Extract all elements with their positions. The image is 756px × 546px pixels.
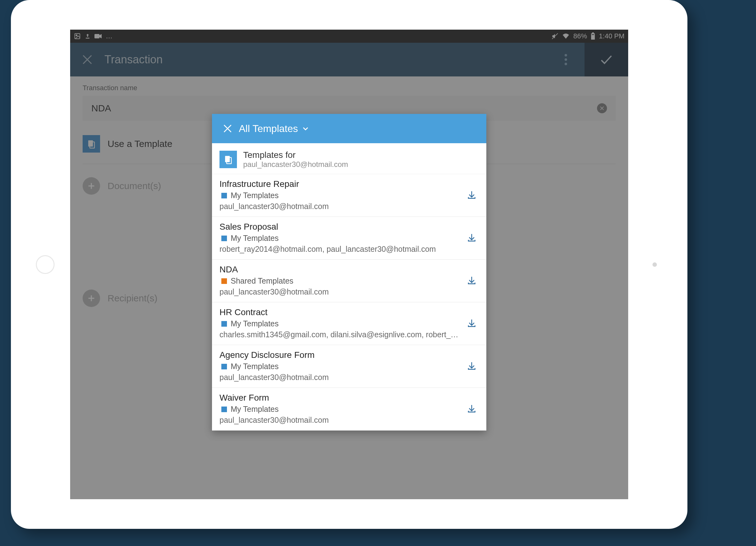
template-category: My Templates [231,234,279,243]
template-emails: charles.smith1345@gmail.com, dilani.silv… [219,330,460,339]
tablet-home-button[interactable] [36,255,55,274]
template-item[interactable]: Agency Disclosure Form My Templates paul… [212,345,486,388]
download-template-button[interactable] [465,222,479,254]
account-email: paul_lancaster30@hotmail.com [243,160,348,169]
template-name: Waiver Form [219,393,460,403]
template-category: Shared Templates [231,277,293,286]
template-category: My Templates [231,191,279,200]
template-list[interactable]: Infrastructure Repair My Templates paul_… [212,174,486,431]
screen: … 86% 1:40 PM Transaction [70,30,628,499]
template-item[interactable]: Sales Proposal My Templates robert_ray20… [212,217,486,259]
chevron-down-icon [302,125,309,132]
template-name: NDA [219,264,460,275]
tablet-camera [652,262,657,267]
svg-rect-23 [225,156,230,162]
template-emails: paul_lancaster30@hotmail.com [219,202,460,211]
template-name: Agency Disclosure Form [219,350,460,360]
templates-modal: All Templates Templates for paul_lancast… [212,114,486,431]
template-emails: paul_lancaster30@hotmail.com [219,288,460,297]
modal-account-header: Templates for paul_lancaster30@hotmail.c… [212,143,486,174]
category-color-icon [221,407,227,412]
template-item[interactable]: HR Contract My Templates charles.smith13… [212,302,486,345]
template-emails: paul_lancaster30@hotmail.com [219,373,460,382]
template-category: My Templates [231,319,279,328]
category-color-icon [221,364,227,370]
template-name: Infrastructure Repair [219,179,460,189]
template-category: My Templates [231,405,279,414]
category-color-icon [221,235,227,241]
template-emails: paul_lancaster30@hotmail.com [219,416,460,425]
account-icon [219,151,237,168]
template-emails: robert_ray2014@hotmail.com, paul_lancast… [219,244,460,254]
modal-header: All Templates [212,114,486,143]
modal-close-button[interactable] [216,123,239,134]
tablet-frame: … 86% 1:40 PM Transaction [11,0,687,529]
template-category: My Templates [231,362,279,371]
category-color-icon [221,193,227,198]
category-color-icon [221,278,227,284]
modal-title-dropdown[interactable]: All Templates [239,123,309,134]
download-template-button[interactable] [465,393,479,425]
template-item[interactable]: Infrastructure Repair My Templates paul_… [212,174,486,217]
account-label: Templates for [243,150,348,160]
download-template-button[interactable] [465,307,479,339]
template-name: HR Contract [219,307,460,317]
category-color-icon [221,321,227,327]
template-name: Sales Proposal [219,222,460,232]
download-template-button[interactable] [465,179,479,211]
modal-title: All Templates [239,123,298,134]
template-item[interactable]: NDA Shared Templates paul_lancaster30@ho… [212,259,486,302]
download-template-button[interactable] [465,350,479,382]
download-template-button[interactable] [465,264,479,297]
template-item[interactable]: Waiver Form My Templates paul_lancaster3… [212,388,486,431]
